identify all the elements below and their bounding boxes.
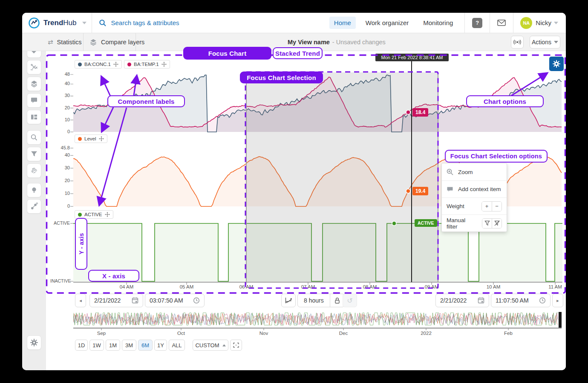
- clock-icon: [193, 297, 200, 304]
- sidebar-item-recommendations[interactable]: [27, 183, 41, 197]
- series-color-dot: [127, 63, 131, 66]
- sidebar-item-context[interactable]: [27, 93, 41, 108]
- move-icon[interactable]: [161, 62, 167, 67]
- annotation-chart-options: Chart options: [466, 95, 544, 107]
- mail-icon[interactable]: [497, 20, 506, 26]
- nav-item-home[interactable]: Home: [329, 17, 356, 29]
- x-tick: 08 AM: [357, 284, 383, 289]
- x-tick: 04 AM: [114, 284, 139, 289]
- annotation-x-axis: X - axis: [88, 270, 139, 282]
- series-label: ACTIVE: [84, 212, 102, 217]
- move-icon[interactable]: [113, 62, 118, 67]
- sidebar-item-layers[interactable]: [27, 77, 41, 91]
- weight-increase-button[interactable]: +: [482, 202, 492, 211]
- view-status: - Unsaved changes: [332, 39, 386, 46]
- annotation-stacked-trend: Stacked Trend: [273, 47, 323, 59]
- sidebar-item-formulas[interactable]: [27, 60, 41, 74]
- selection-context-menu: Zoom Add context item Weight + − Manual …: [441, 163, 507, 232]
- duration-value[interactable]: 8 hours: [298, 294, 330, 307]
- annotation-component-labels: Component labels: [107, 95, 185, 107]
- cursor-value-badge: 18.4: [412, 108, 428, 117]
- annotation-y-axis: Y - axis: [75, 218, 87, 270]
- series-color-dot: [78, 63, 82, 66]
- range-button-custom[interactable]: CUSTOM: [193, 340, 228, 351]
- sidebar-item-graph[interactable]: [27, 199, 41, 214]
- app-title: TrendHub: [43, 19, 76, 27]
- restore-history-button[interactable]: ↺: [343, 294, 357, 307]
- filter-icon: [30, 150, 38, 158]
- weight-decrease-button[interactable]: −: [492, 202, 502, 211]
- range-button-1w[interactable]: 1W: [89, 340, 104, 351]
- y-tick: 0: [50, 203, 70, 209]
- legend-chip-ba-temp1[interactable]: BA:TEMP.1: [124, 60, 170, 69]
- range-button-1d[interactable]: 1D: [75, 340, 88, 351]
- filter-off-icon: [494, 220, 500, 226]
- series-label: Level: [84, 136, 96, 141]
- chevron-down-icon[interactable]: [82, 22, 86, 24]
- menu-item-label: Weight: [447, 203, 464, 209]
- chevron-down-icon[interactable]: [554, 22, 558, 24]
- trendhub-logo-icon: [28, 17, 40, 29]
- pan-right-button[interactable]: ▸: [552, 294, 563, 307]
- actions-button[interactable]: Actions: [530, 36, 560, 49]
- range-button-6m[interactable]: 6M: [138, 340, 153, 351]
- divider: [83, 33, 84, 51]
- live-broadcast-button[interactable]: [511, 36, 524, 49]
- statistics-button[interactable]: ⇄ Statistics: [48, 33, 82, 51]
- dashboard-icon: [30, 113, 38, 121]
- search-input[interactable]: Search tags & attributes: [92, 19, 179, 27]
- compare-layers-button[interactable]: Compare layers: [89, 33, 144, 51]
- left-sidebar: [22, 51, 46, 370]
- move-icon[interactable]: [105, 212, 110, 217]
- range-button-1y[interactable]: 1Y: [154, 340, 167, 351]
- range-button-3m[interactable]: 3M: [122, 340, 136, 351]
- sidebar-item-settings[interactable]: [27, 335, 41, 350]
- sidebar-item-search[interactable]: [27, 130, 41, 145]
- cursor-value-badge: ACTIVE: [415, 219, 437, 227]
- y-tick: 45.8: [50, 145, 70, 150]
- app-logo[interactable]: TrendHub: [22, 17, 86, 29]
- legend-chip-active[interactable]: ACTIVE: [75, 210, 113, 219]
- move-icon[interactable]: [99, 136, 104, 141]
- end-time-field[interactable]: 11:07:50 AM: [491, 294, 551, 307]
- timeline-month: Oct: [168, 331, 194, 336]
- timeline-month: 2022: [413, 331, 439, 336]
- start-time-field[interactable]: 03:07:50 AM: [145, 294, 205, 307]
- cursor-timestamp-tooltip: Mon 21 Feb 2022 8:38:41 AM: [375, 54, 449, 61]
- timeline-month: Feb: [496, 331, 521, 336]
- y-tick: 10: [50, 191, 70, 196]
- annotation-selection-options: Focus Chart Selection options: [445, 150, 548, 163]
- nav-item-work-organizer[interactable]: Work organizer: [361, 17, 413, 29]
- end-date-field[interactable]: 2/21/2022: [435, 294, 489, 307]
- pan-left-button[interactable]: ◂: [75, 294, 86, 307]
- trend-lines-icon: [285, 297, 293, 304]
- legend-chip-ba-conc1[interactable]: BA:CONC.1: [75, 60, 122, 69]
- compare-trends-button[interactable]: [281, 294, 296, 307]
- divider: [135, 33, 136, 51]
- chart-options-button[interactable]: [549, 57, 564, 71]
- search-placeholder: Search tags & attributes: [111, 19, 179, 26]
- filter-remove-button[interactable]: [492, 219, 502, 228]
- start-date-field[interactable]: 2/21/2022: [89, 294, 143, 307]
- fit-selection-button[interactable]: [230, 340, 242, 351]
- range-button-1m[interactable]: 1M: [106, 340, 120, 351]
- nav-item-monitoring[interactable]: Monitoring: [418, 17, 458, 29]
- sidebar-item-dashboard[interactable]: [27, 110, 41, 124]
- calendar-icon: [478, 297, 484, 304]
- x-tick: 06 AM: [233, 284, 259, 289]
- y-tick: ACTIVE: [50, 220, 70, 226]
- divider: [513, 13, 513, 33]
- sidebar-item-fingerprint[interactable]: [27, 163, 41, 178]
- help-icon[interactable]: ?: [472, 18, 482, 28]
- zoom-in-icon: [447, 169, 453, 175]
- range-button-all[interactable]: ALL: [169, 340, 185, 351]
- menu-item-zoom[interactable]: Zoom: [442, 163, 507, 180]
- sidebar-item-filter[interactable]: [27, 147, 41, 161]
- filter-keep-button[interactable]: [482, 219, 492, 228]
- avatar[interactable]: NA: [520, 17, 532, 29]
- y-tick: 0: [50, 129, 70, 134]
- legend-chip-level[interactable]: Level: [75, 134, 107, 143]
- broadcast-icon: [513, 39, 522, 45]
- lock-duration-button[interactable]: [330, 294, 344, 307]
- menu-item-add-context-item[interactable]: Add context item: [442, 180, 507, 197]
